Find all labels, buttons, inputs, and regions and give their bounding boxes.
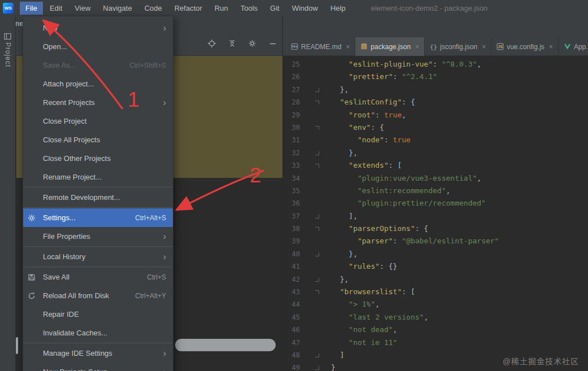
tab-label: package.json [371,43,411,51]
menubar-item-file[interactable]: File [20,2,43,15]
menubar-item-view[interactable]: View [69,2,96,15]
menu-item-open[interactable]: Open... [23,37,173,56]
menu-item-rename-project[interactable]: Rename Project... [23,168,173,186]
menu-item-local-history[interactable]: Local History› [23,247,173,266]
menubar-item-window[interactable]: Window [286,2,324,15]
code-line: 34 "plugin:vue/vue3-essential", [283,172,588,185]
line-number: 27 [285,84,300,96]
code-text: } [331,361,336,371]
line-number: 33 [285,159,300,172]
menu-item-label: Rename Project... [43,173,102,181]
tab-app-vue[interactable]: App.vue× [559,37,588,56]
menu-item-close-all-projects[interactable]: Close All Projects [23,130,173,149]
code-line: 33 "extends": [ [283,159,588,172]
fold-marker-icon[interactable] [300,222,331,235]
menubar-item-tools[interactable]: Tools [235,2,263,15]
fold-gutter [300,197,331,209]
fold-marker-icon[interactable] [300,96,331,108]
menubar-item-edit[interactable]: Edit [44,2,68,15]
line-number: 42 [285,273,300,286]
menubar-item-refactor[interactable]: Refactor [169,2,208,15]
menu-item-manage-ide-settings[interactable]: Manage IDE Settings› [23,344,173,363]
project-panel-toolbar [206,35,279,52]
menubar-item-run[interactable]: Run [209,2,234,15]
menu-item-save-all[interactable]: Save AllCtrl+S [23,268,173,286]
line-number: 46 [285,324,300,336]
menu-item-attach-project[interactable]: Attach project... [23,75,173,93]
hide-icon[interactable] [267,37,279,50]
settings-gear-icon[interactable] [246,37,259,50]
code-line: 47 "not ie 11" [283,337,588,349]
menubar-item-help[interactable]: Help [325,2,351,15]
fold-gutter [300,134,331,146]
fold-marker-icon[interactable] [300,121,331,134]
fold-marker-icon[interactable] [300,361,331,371]
fold-gutter [300,260,331,273]
tab-close-icon[interactable]: × [549,43,553,51]
tab-close-icon[interactable]: × [482,43,486,51]
fold-marker-icon[interactable] [300,349,331,361]
menu-item-new-projects-setup[interactable]: New Projects Setup› [23,363,173,371]
menubar-item-git[interactable]: Git [264,2,285,15]
tab-close-icon[interactable]: × [346,43,350,51]
menu-item-label: Manage IDE Settings [43,349,112,357]
menu-item-close-project[interactable]: Close Project [23,112,173,130]
line-number: 40 [285,248,300,260]
fold-marker-icon[interactable] [300,84,331,96]
line-number: 44 [285,298,300,311]
code-line: 37 ], [283,210,588,222]
vertical-scrollbar-thumb[interactable] [16,337,18,354]
panel-editor-divider[interactable] [282,16,283,371]
line-number: 36 [285,197,300,209]
code-text: "root": true, [331,109,406,121]
js-file-icon: JS [496,43,504,50]
menu-item-invalidate-caches[interactable]: Invalidate Caches... [23,324,173,342]
fold-marker-icon[interactable] [300,248,331,260]
menu-item-recent-projects[interactable]: Recent Projects› [23,93,173,112]
menu-item-new[interactable]: New› [23,19,173,37]
fold-marker-icon[interactable] [300,159,331,172]
menu-item-label: Close Project [43,117,86,125]
code-text: ] [331,349,344,361]
code-line: 27 }, [283,84,588,96]
menu-item-close-other-projects[interactable]: Close Other Projects [23,149,173,168]
collapse-all-icon[interactable] [226,37,238,50]
menu-item-remote-development[interactable]: Remote Development... [23,188,173,207]
project-tool-window-button[interactable]: Project [4,33,12,67]
locate-icon[interactable] [206,37,218,50]
tab-package-json[interactable]: package.json× [355,37,425,56]
fold-gutter [300,337,331,349]
fold-marker-icon[interactable] [300,147,331,159]
editor[interactable]: 25 "eslint-plugin-vue": "^8.0.3",26 "pre… [283,56,588,371]
tab-close-icon[interactable]: × [415,43,419,51]
menu-item-reload-all-from-disk[interactable]: Reload All from DiskCtrl+Alt+Y [23,286,173,305]
vue-file-icon [564,43,571,50]
tab-vue-config-js[interactable]: JSvue.config.js× [491,37,559,56]
code-line: 39 "parser": "@babel/eslint-parser" [283,235,588,247]
menubar-item-code[interactable]: Code [139,2,168,15]
code-text: }, [331,84,349,96]
save-icon [28,273,40,281]
fold-marker-icon[interactable] [300,286,331,298]
fold-marker-icon[interactable] [300,210,331,222]
fold-gutter [300,298,331,311]
line-number: 34 [285,172,300,185]
json-file-icon: {} [430,43,437,50]
menu-item-shortcut: Ctrl+Alt+S [124,214,166,222]
tab-jsconfig-json[interactable]: {}jsconfig.json× [425,37,491,56]
menu-item-settings[interactable]: Settings...Ctrl+Alt+S [23,208,173,227]
menu-separator [23,267,173,267]
menu-item-label: Save All [43,273,69,281]
code-line: 46 "not dead", [283,324,588,336]
menu-item-repair-ide[interactable]: Repair IDE [23,305,173,324]
code-text: "not dead", [331,324,397,336]
watermark: @稀土掘金技术社区 [503,355,579,366]
horizontal-scrollbar-thumb[interactable] [175,339,276,351]
menubar-item-navigate[interactable]: Navigate [97,2,137,15]
fold-marker-icon[interactable] [300,273,331,286]
menu-item-save-as[interactable]: Save As...Ctrl+Shift+S [23,56,173,75]
tab-readme-md[interactable]: README.md× [286,37,355,56]
menu-item-file-properties[interactable]: File Properties› [23,227,173,246]
line-number: 47 [285,337,300,349]
code-text: "extends": [ [331,159,402,172]
